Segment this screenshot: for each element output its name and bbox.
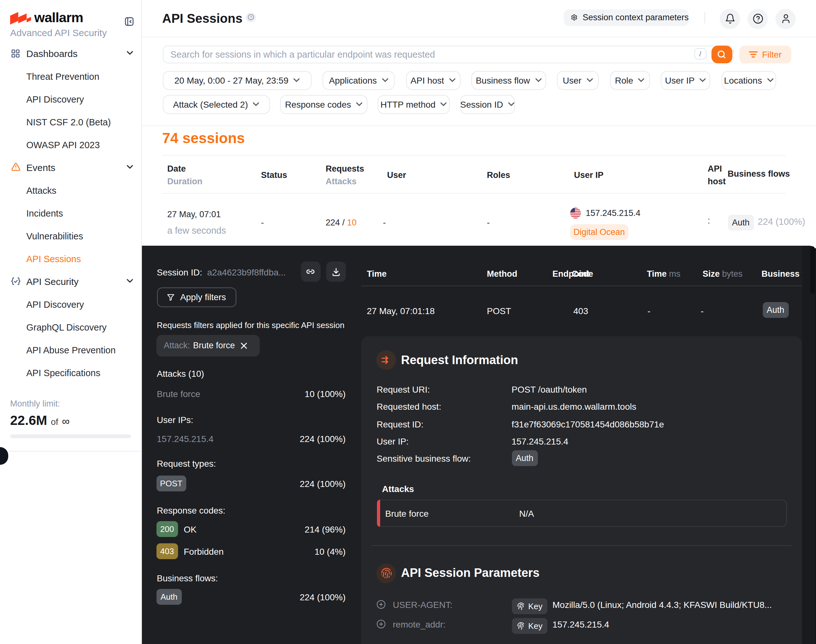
svg-text:?: ? [250, 15, 252, 20]
